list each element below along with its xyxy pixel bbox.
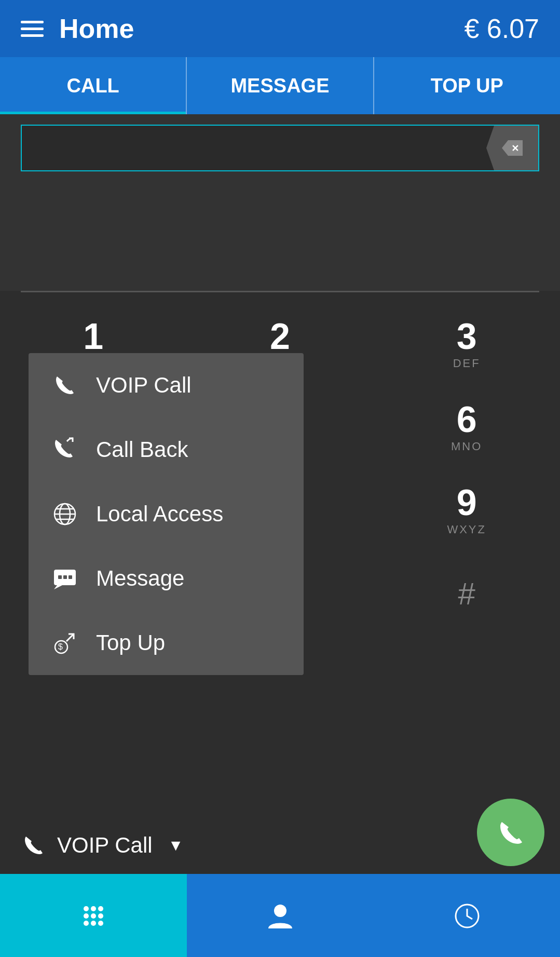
chevron-down-icon: ▼ (168, 837, 184, 854)
key-3[interactable]: 3 DEF (373, 303, 560, 386)
top-up-label: Top Up (96, 630, 165, 655)
svg-point-18 (91, 913, 96, 919)
voip-call-label: VOIP Call (96, 373, 192, 398)
page-title: Home (59, 13, 464, 44)
phone-input[interactable] (22, 137, 486, 159)
message-icon (49, 563, 80, 594)
call-type-selector[interactable]: VOIP Call ▼ (21, 832, 183, 858)
app-header: Home € 6.07 (0, 0, 560, 57)
account-balance: € 6.07 (464, 13, 539, 44)
svg-point-20 (84, 921, 89, 926)
backspace-button[interactable]: ✕ (486, 126, 538, 170)
svg-point-19 (98, 913, 103, 919)
bottom-nav (0, 874, 560, 957)
nav-contacts[interactable] (187, 874, 374, 957)
local-access-label: Local Access (96, 502, 223, 527)
nav-dialpad[interactable] (0, 874, 187, 957)
tab-bar: CALL MESSAGE TOP UP (0, 57, 560, 114)
svg-rect-11 (69, 575, 72, 579)
tab-call[interactable]: CALL (0, 57, 187, 114)
menu-button[interactable] (21, 21, 44, 37)
svg-rect-9 (58, 575, 62, 579)
globe-icon (49, 498, 80, 530)
svg-text:✕: ✕ (511, 143, 519, 154)
key-9[interactable]: 9 WXYZ (373, 469, 560, 552)
dropdown-voip-call[interactable]: VOIP Call (29, 353, 304, 417)
empty-display-area (0, 187, 560, 291)
callback-icon (49, 434, 80, 465)
svg-text:$: $ (58, 642, 63, 651)
key-6[interactable]: 6 MNO (373, 386, 560, 469)
dialpad-container: ✕ (0, 114, 560, 187)
call-type-label: VOIP Call (57, 833, 153, 858)
message-label: Message (96, 566, 184, 591)
tab-topup[interactable]: TOP UP (374, 57, 560, 114)
call-options-dropdown: VOIP Call Call Back Local Access (29, 353, 304, 675)
svg-point-14 (84, 906, 89, 911)
bottom-call-bar: VOIP Call ▼ (0, 817, 560, 874)
svg-marker-8 (54, 585, 62, 589)
dropdown-top-up[interactable]: $ Top Up (29, 611, 304, 675)
dropdown-local-access[interactable]: Local Access (29, 482, 304, 546)
call-button[interactable] (477, 799, 544, 866)
tab-message[interactable]: MESSAGE (187, 57, 374, 114)
svg-point-16 (98, 906, 103, 911)
phone-input-row: ✕ (21, 125, 539, 171)
svg-point-17 (84, 913, 89, 919)
svg-point-21 (91, 921, 96, 926)
phone-icon (49, 370, 80, 401)
nav-history[interactable] (373, 874, 560, 957)
dropdown-message[interactable]: Message (29, 546, 304, 611)
svg-point-15 (91, 906, 96, 911)
call-back-label: Call Back (96, 437, 188, 462)
svg-point-23 (274, 905, 286, 917)
key-hash[interactable]: # (373, 552, 560, 635)
dropdown-call-back[interactable]: Call Back (29, 417, 304, 482)
svg-point-22 (98, 921, 103, 926)
svg-rect-10 (63, 575, 67, 579)
topup-icon: $ (49, 627, 80, 658)
